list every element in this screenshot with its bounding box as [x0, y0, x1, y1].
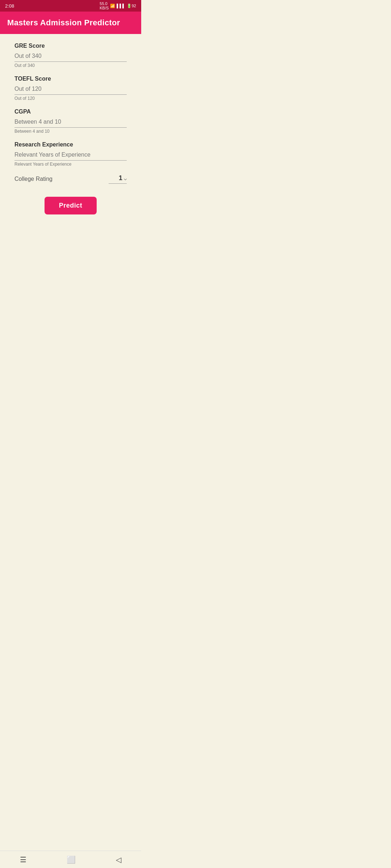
predict-button-wrapper: Predict — [14, 197, 127, 214]
research-experience-field: Research Experience Relevant Years of Ex… — [14, 141, 127, 167]
status-icons: 55.0KB/S 📶 ▌▌▌ 🔋92 — [100, 1, 136, 10]
toefl-score-field: TOEFL Score Out of 120 — [14, 76, 127, 101]
gre-score-hint: Out of 340 — [14, 63, 35, 68]
status-time: 2:08 — [5, 3, 14, 9]
app-title: Masters Admission Predictor — [7, 18, 120, 27]
research-experience-input[interactable] — [14, 150, 127, 161]
app-bar: Masters Admission Predictor — [0, 12, 141, 34]
wifi-icon: 📶 — [110, 4, 115, 8]
gre-score-input[interactable] — [14, 51, 127, 62]
cgpa-label: CGPA — [14, 109, 127, 115]
battery-icon: 🔋92 — [127, 4, 136, 8]
status-bar: 2:08 55.0KB/S 📶 ▌▌▌ 🔋92 — [0, 0, 141, 12]
toefl-score-label: TOEFL Score — [14, 76, 127, 82]
toefl-score-input[interactable] — [14, 84, 127, 95]
predict-button[interactable]: Predict — [45, 197, 97, 214]
network-speed-icon: 55.0KB/S — [100, 1, 109, 10]
main-content: GRE Score Out of 340 TOEFL Score Out of … — [0, 34, 141, 223]
gre-score-field: GRE Score Out of 340 — [14, 43, 127, 68]
cgpa-input[interactable] — [14, 117, 127, 128]
signal-icon: ▌▌▌ — [117, 4, 125, 8]
gre-score-label: GRE Score — [14, 43, 127, 49]
cgpa-field: CGPA Between 4 and 10 — [14, 109, 127, 134]
college-rating-select[interactable]: 1 ⌵ — [109, 174, 127, 184]
chevron-down-icon: ⌵ — [124, 175, 127, 181]
college-rating-label: College Rating — [14, 176, 52, 182]
college-rating-value: 1 — [119, 174, 122, 182]
college-rating-row: College Rating 1 ⌵ — [14, 174, 127, 184]
research-experience-hint: Relevant Years of Experience — [14, 162, 71, 167]
research-experience-label: Research Experience — [14, 141, 127, 148]
cgpa-hint: Between 4 and 10 — [14, 129, 50, 134]
toefl-score-hint: Out of 120 — [14, 96, 35, 101]
